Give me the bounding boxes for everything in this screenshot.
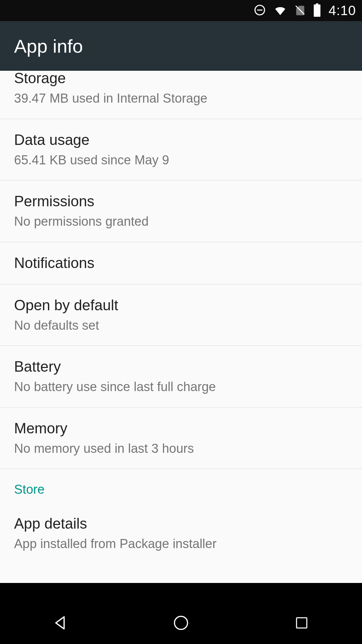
- nav-back-button[interactable]: [48, 611, 72, 635]
- navigation-bar: [0, 602, 362, 644]
- no-sim-icon: [294, 4, 306, 17]
- nav-home-button[interactable]: [169, 611, 193, 635]
- settings-list: Storage 39.47 MB used in Internal Storag…: [0, 71, 362, 583]
- home-icon: [172, 614, 190, 632]
- item-subtitle: No memory used in last 3 hours: [14, 441, 348, 457]
- section-header-store: Store: [0, 469, 362, 503]
- list-item-app-details[interactable]: App details App installed from Package i…: [0, 503, 362, 564]
- status-clock: 4:10: [328, 3, 356, 18]
- list-item-open-by-default[interactable]: Open by default No defaults set: [0, 284, 362, 346]
- list-item-battery[interactable]: Battery No battery use since last full c…: [0, 346, 362, 408]
- list-item-memory[interactable]: Memory No memory used in last 3 hours: [0, 408, 362, 469]
- item-title: Open by default: [14, 296, 348, 314]
- status-bar: 4:10: [0, 0, 362, 21]
- wifi-icon: [274, 3, 287, 18]
- item-title: Storage: [14, 71, 348, 87]
- item-subtitle: No permissions granted: [14, 214, 348, 230]
- item-subtitle: 39.47 MB used in Internal Storage: [14, 91, 348, 107]
- item-title: Notifications: [14, 254, 348, 272]
- do-not-disturb-icon: [253, 4, 266, 18]
- section-label: Store: [14, 482, 348, 497]
- battery-icon: [313, 3, 321, 18]
- item-title: Memory: [14, 419, 348, 437]
- list-item-storage[interactable]: Storage 39.47 MB used in Internal Storag…: [0, 71, 362, 119]
- page-title: App info: [14, 35, 83, 57]
- app-bar: App info: [0, 21, 362, 71]
- recent-apps-icon: [294, 615, 309, 631]
- item-subtitle: App installed from Package installer: [14, 536, 348, 552]
- item-title: Permissions: [14, 192, 348, 210]
- item-title: Data usage: [14, 130, 348, 149]
- back-icon: [51, 614, 69, 632]
- item-subtitle: No defaults set: [14, 318, 348, 334]
- item-title: Battery: [14, 357, 348, 376]
- nav-recent-button[interactable]: [290, 611, 314, 635]
- item-subtitle: 65.41 KB used since May 9: [14, 152, 348, 168]
- item-title: App details: [14, 514, 348, 533]
- letterbox: [0, 583, 362, 602]
- svg-rect-1: [297, 618, 307, 628]
- list-item-data-usage[interactable]: Data usage 65.41 KB used since May 9: [0, 119, 362, 181]
- list-item-permissions[interactable]: Permissions No permissions granted: [0, 180, 362, 242]
- svg-point-0: [175, 616, 188, 630]
- item-subtitle: No battery use since last full charge: [14, 379, 348, 395]
- list-item-notifications[interactable]: Notifications: [0, 242, 362, 284]
